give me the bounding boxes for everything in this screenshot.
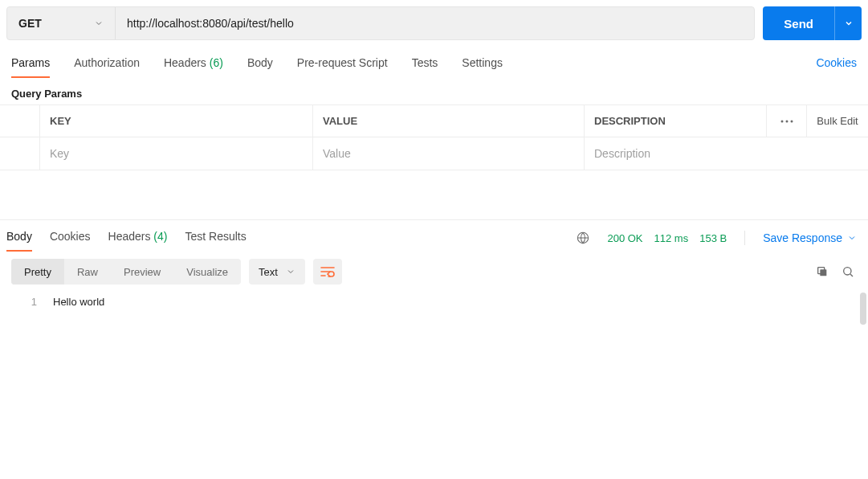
wrap-lines-button[interactable] <box>313 259 342 285</box>
status-time: 112 ms <box>654 232 689 244</box>
status-code: 200 OK <box>607 232 642 244</box>
svg-point-1 <box>785 120 788 122</box>
col-header-value: VALUE <box>313 105 585 137</box>
search-icon <box>842 265 854 278</box>
resp-tab-test-results[interactable]: Test Results <box>185 225 246 251</box>
row-handle[interactable] <box>0 137 40 170</box>
ellipsis-icon <box>780 120 793 123</box>
view-mode-visualize[interactable]: Visualize <box>173 259 241 285</box>
row-handle-header <box>0 105 40 137</box>
svg-rect-7 <box>820 269 826 276</box>
resp-headers-count: (4) <box>153 230 167 243</box>
wrap-icon <box>320 266 335 277</box>
bulk-edit-button[interactable]: Bulk Edit <box>807 105 868 137</box>
response-format-label: Text <box>259 266 278 278</box>
status-size: 153 B <box>699 232 727 244</box>
view-mode-raw[interactable]: Raw <box>64 259 111 285</box>
param-value-input[interactable] <box>323 147 574 160</box>
param-desc-input[interactable] <box>594 147 858 160</box>
svg-point-2 <box>790 120 793 122</box>
chevron-down-icon <box>847 233 857 243</box>
copy-button[interactable] <box>813 263 831 280</box>
params-table: KEY VALUE DESCRIPTION Bulk Edit <box>0 104 868 170</box>
svg-point-9 <box>844 268 851 275</box>
svg-point-0 <box>780 120 783 122</box>
scrollbar[interactable] <box>860 293 866 325</box>
tab-headers[interactable]: Headers (6) <box>164 51 223 77</box>
copy-icon <box>816 265 829 278</box>
query-params-title: Query Params <box>0 78 868 104</box>
chevron-down-icon <box>844 18 854 28</box>
send-button[interactable]: Send <box>763 6 834 40</box>
tab-prerequest[interactable]: Pre-request Script <box>297 51 388 77</box>
response-status: 200 OK 112 ms 153 B <box>607 232 727 244</box>
tab-tests[interactable]: Tests <box>412 51 438 77</box>
view-mode-pretty[interactable]: Pretty <box>11 259 64 285</box>
search-response-button[interactable] <box>839 263 857 280</box>
col-header-key: KEY <box>40 105 313 137</box>
column-options-button[interactable] <box>767 105 807 137</box>
send-dropdown-button[interactable] <box>834 6 862 40</box>
network-icon[interactable] <box>577 231 589 244</box>
tab-headers-label: Headers <box>164 56 206 69</box>
resp-headers-label: Headers <box>108 230 151 243</box>
http-method-label: GET <box>18 17 42 30</box>
tab-body[interactable]: Body <box>247 51 273 77</box>
view-mode-preview[interactable]: Preview <box>111 259 173 285</box>
tab-authorization[interactable]: Authorization <box>74 51 140 77</box>
response-format-select[interactable]: Text <box>249 259 305 285</box>
response-body-content: Hello world <box>45 293 868 479</box>
response-body-viewer[interactable]: 1 Hello world <box>0 293 868 479</box>
headers-count: (6) <box>210 56 223 69</box>
chevron-down-icon <box>286 267 295 276</box>
request-url-input[interactable] <box>116 7 754 39</box>
tab-params[interactable]: Params <box>11 51 50 77</box>
resp-tab-cookies[interactable]: Cookies <box>50 225 91 251</box>
resp-tab-body[interactable]: Body <box>6 225 32 251</box>
tab-settings[interactable]: Settings <box>462 51 503 77</box>
save-response-button[interactable]: Save Response <box>763 231 857 244</box>
http-method-select[interactable]: GET <box>7 7 116 39</box>
line-number: 1 <box>0 293 45 479</box>
cookies-link[interactable]: Cookies <box>816 51 857 77</box>
col-header-description: DESCRIPTION <box>585 105 767 137</box>
save-response-label: Save Response <box>763 231 842 244</box>
chevron-down-icon <box>94 18 104 28</box>
resp-tab-headers[interactable]: Headers (4) <box>108 225 168 251</box>
divider <box>744 231 745 245</box>
param-key-input[interactable] <box>50 147 303 160</box>
svg-line-10 <box>850 274 853 276</box>
